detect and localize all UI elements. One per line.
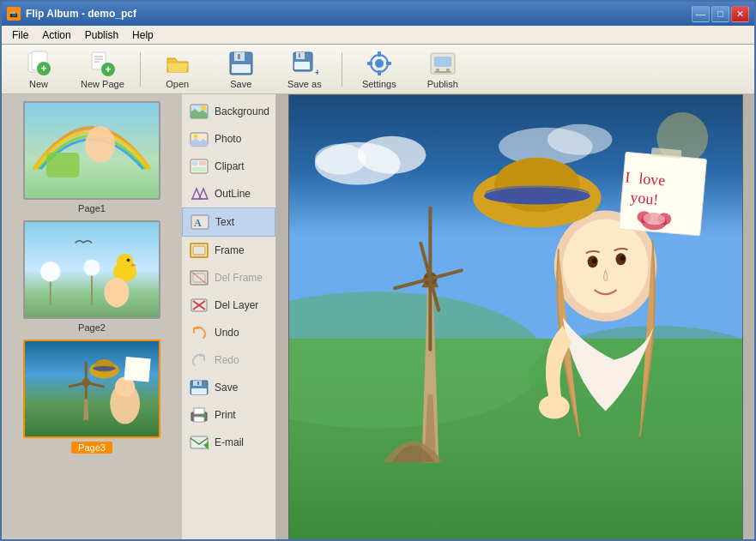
new-page-button[interactable]: + New Page [72, 48, 133, 91]
svg-point-109 [484, 187, 590, 204]
publish-button[interactable]: Publish [413, 48, 473, 91]
svg-rect-52 [124, 357, 150, 382]
svg-point-38 [127, 258, 130, 261]
canvas-area: I love you! [276, 94, 754, 539]
tool-print[interactable]: Print [182, 401, 275, 429]
open-button[interactable]: Open [148, 48, 208, 91]
save-as-button[interactable]: + Save as [275, 48, 335, 91]
background-label: Background [215, 105, 269, 117]
del-frame-icon [189, 269, 209, 286]
page-2-thumb[interactable]: Page2 [9, 220, 175, 333]
svg-rect-13 [238, 54, 240, 59]
window-title: Flip Album - demo_pcf [26, 8, 136, 20]
svg-rect-23 [367, 62, 372, 65]
svg-point-104 [592, 258, 596, 263]
del-frame-label: Del Frame [215, 272, 263, 284]
redo-icon [189, 352, 209, 369]
settings-button[interactable]: Settings [349, 48, 409, 91]
new-button[interactable]: + New [9, 48, 69, 91]
pages-panel: Page1 [2, 94, 182, 539]
svg-rect-65 [193, 246, 205, 255]
svg-rect-21 [378, 51, 381, 57]
svg-rect-31 [46, 153, 80, 177]
frame-label: Frame [215, 244, 245, 256]
svg-point-20 [375, 59, 384, 68]
page-1-thumb[interactable]: Page1 [9, 101, 175, 213]
save-icon [227, 50, 255, 77]
tool-photo[interactable]: Photo [182, 125, 275, 153]
svg-text:A: A [194, 217, 202, 229]
tool-text[interactable]: A Text [182, 207, 275, 237]
svg-text:+: + [106, 63, 112, 75]
new-page-label: New Page [81, 79, 124, 89]
new-label: New [29, 79, 48, 89]
svg-point-40 [104, 278, 129, 308]
tool-del-layer[interactable]: Del Layer [182, 292, 275, 319]
svg-point-30 [85, 126, 115, 162]
page-1-image [23, 101, 160, 200]
tool-undo[interactable]: Undo [182, 319, 275, 346]
outline-icon [189, 185, 209, 202]
tool-redo: Redo [182, 346, 275, 374]
tool-outline[interactable]: OutLine [182, 180, 275, 207]
title-controls: — □ ✕ [692, 6, 749, 22]
svg-rect-17 [299, 53, 300, 57]
tool-save[interactable]: Save [182, 374, 275, 401]
page-3-image [23, 340, 160, 438]
menu-action[interactable]: Action [35, 27, 77, 43]
clipart-label: Clipart [215, 160, 245, 172]
svg-point-54 [201, 105, 206, 111]
minimize-button[interactable]: — [692, 6, 710, 22]
svg-point-85 [314, 143, 366, 174]
main-canvas[interactable]: I love you! [288, 94, 743, 539]
page-2-label: Page2 [78, 322, 106, 333]
tool-clipart[interactable]: Clipart [182, 153, 275, 180]
svg-rect-26 [434, 57, 451, 67]
svg-rect-78 [194, 417, 204, 422]
publish-label: Publish [427, 79, 458, 89]
svg-rect-27 [436, 69, 439, 71]
tool-del-frame: Del Frame [182, 264, 275, 292]
svg-rect-59 [199, 161, 206, 165]
menu-bar: File Action Publish Help [2, 26, 754, 45]
settings-icon [366, 50, 393, 77]
page-2-image [23, 220, 160, 319]
svg-point-106 [538, 394, 569, 418]
svg-rect-75 [197, 382, 199, 385]
menu-publish[interactable]: Publish [78, 27, 125, 43]
tool-save-icon [189, 379, 209, 396]
tool-background[interactable]: Background [182, 98, 275, 125]
save-button[interactable]: Save [211, 48, 271, 91]
svg-rect-77 [194, 408, 204, 414]
page-3-thumb[interactable]: Page3 [9, 340, 175, 454]
clipart-icon [189, 158, 209, 175]
menu-file[interactable]: File [5, 27, 35, 43]
app-icon: 📷 [7, 7, 21, 21]
toolbar-separator-1 [140, 52, 141, 87]
svg-text:+: + [40, 63, 46, 75]
svg-rect-28 [446, 69, 450, 71]
maximize-button[interactable]: □ [711, 6, 729, 22]
svg-rect-24 [386, 62, 391, 65]
toolbar-separator-2 [342, 52, 342, 87]
publish-icon [429, 50, 457, 77]
frame-icon [189, 242, 209, 259]
photo-label: Photo [215, 133, 241, 145]
tool-frame[interactable]: Frame [182, 237, 275, 264]
tool-email[interactable]: E-mail [182, 429, 275, 456]
svg-point-56 [194, 135, 197, 138]
background-icon [189, 103, 209, 120]
title-bar-left: 📷 Flip Album - demo_pcf [7, 7, 136, 21]
close-button[interactable]: ✕ [731, 6, 749, 22]
svg-point-101 [562, 219, 648, 313]
open-label: Open [166, 79, 189, 89]
redo-label: Redo [215, 354, 239, 366]
new-icon: + [25, 50, 52, 77]
save-label: Save [230, 79, 251, 89]
svg-text:you!: you! [629, 188, 658, 207]
page-1-label: Page1 [78, 203, 106, 213]
menu-help[interactable]: Help [125, 27, 160, 43]
svg-point-79 [203, 414, 206, 418]
svg-rect-58 [192, 161, 197, 165]
print-icon [189, 406, 209, 424]
